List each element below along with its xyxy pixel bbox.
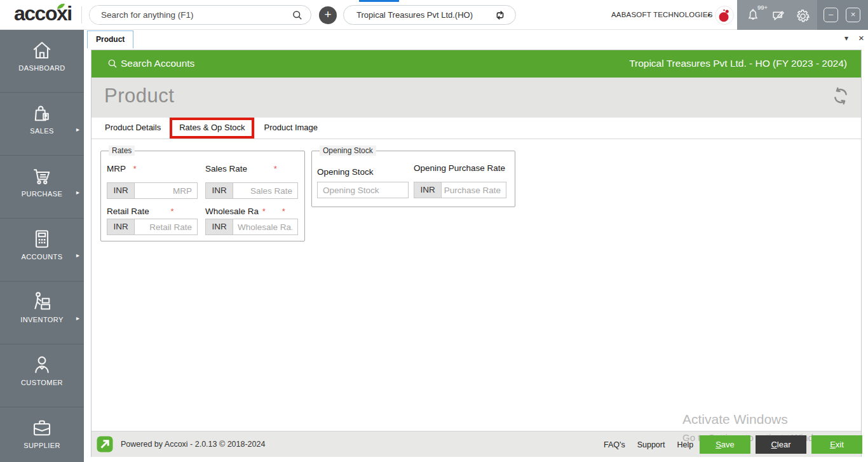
opening-stock-label: Opening Stock <box>317 167 374 177</box>
quick-add-button[interactable]: + <box>319 6 337 24</box>
opening-stock-legend: Opening Stock <box>320 146 376 156</box>
person-icon <box>31 353 53 376</box>
calculator-icon <box>31 228 53 250</box>
retail-rate-input-group: INR <box>107 219 198 235</box>
leaf-icon <box>56 3 66 10</box>
rates-section: Rates MRP * Sales Rate * INR INR <box>100 146 305 241</box>
page-title: Product <box>104 85 174 107</box>
tab-product-image[interactable]: Product Image <box>254 118 327 139</box>
page-header: Product <box>92 78 861 118</box>
main-area: Product ▾ × Search Accounts Tropical Tre… <box>84 30 868 462</box>
product-module-frame: Search Accounts Tropical Treasures Pvt L… <box>91 50 862 457</box>
company-selector[interactable]: Tropical Treasures Pvt Ltd.(HO) <box>343 5 516 25</box>
mrp-input-group: INR <box>107 182 198 199</box>
opening-stock-input[interactable] <box>317 182 409 198</box>
footer-links: FAQ's Support Help <box>604 431 693 458</box>
shopping-bag-icon <box>31 102 53 125</box>
tab-product-details[interactable]: Product Details <box>96 118 170 139</box>
tab-close-icon[interactable]: × <box>858 32 864 43</box>
footer-buttons: Save Clear Exit <box>700 435 862 454</box>
wholesale-rate-label: Wholesale Ra * * <box>205 207 285 216</box>
sidebar-item-purchase[interactable]: PURCHASE ▸ <box>0 165 84 219</box>
opening-purchase-rate-input-group: INR <box>414 182 506 198</box>
cart-icon <box>31 165 53 187</box>
sales-rate-input[interactable] <box>233 182 298 199</box>
required-marker: * <box>133 164 137 173</box>
avatar[interactable] <box>715 6 734 25</box>
wholesale-rate-input-group: INR <box>205 219 298 235</box>
search-icon <box>107 58 118 69</box>
global-search <box>89 5 311 25</box>
account-name: AABASOFT TECHNOLOGIES <box>611 11 713 18</box>
chevron-right-icon: ▸ <box>708 12 710 18</box>
top-bar: accoxi + Tropical Treasures Pvt Ltd.(HO)… <box>0 0 868 30</box>
global-search-input[interactable] <box>90 6 292 24</box>
sidebar-nav: DASHBOARD SALES ▸ PURCHASE ▸ ACCOUNTS ▸ <box>0 30 84 462</box>
switch-company-icon[interactable] <box>493 8 507 22</box>
retail-rate-input[interactable] <box>135 219 198 235</box>
retail-rate-label: Retail Rate * <box>107 207 174 216</box>
search-accounts-bar[interactable]: Search Accounts Tropical Treasures Pvt L… <box>92 50 861 78</box>
search-icon[interactable] <box>291 9 304 22</box>
sidebar-item-dashboard[interactable]: DASHBOARD <box>0 39 84 93</box>
company-fiscal-year: Tropical Treasures Pvt Ltd. - HO (FY 202… <box>629 50 847 77</box>
notification-badge: 99+ <box>757 4 768 11</box>
chevron-right-icon: ▸ <box>76 252 79 259</box>
product-tabs: Product Details Rates & Op Stock Product… <box>92 118 861 139</box>
search-accounts-label: Search Accounts <box>121 50 194 77</box>
tab-list-caret-icon[interactable]: ▾ <box>844 34 848 43</box>
sidebar-item-supplier[interactable]: SUPPLIER <box>0 416 84 462</box>
currency-prefix: INR <box>107 182 135 199</box>
chevron-right-icon: ▸ <box>76 189 79 196</box>
settings-gear-icon[interactable] <box>795 8 811 24</box>
top-accent-line <box>359 0 399 2</box>
required-marker: * <box>282 207 285 216</box>
clear-button[interactable]: Clear <box>756 435 806 454</box>
exit-button[interactable]: Exit <box>811 435 862 454</box>
mrp-label: MRP * <box>107 164 137 173</box>
company-selector-label: Tropical Treasures Pvt Ltd.(HO) <box>356 6 473 24</box>
sidebar-item-customer[interactable]: CUSTOMER <box>0 353 84 407</box>
sidebar-item-inventory[interactable]: INVENTORY ▸ <box>0 290 84 344</box>
opening-purchase-rate-label: Opening Purchase Rate <box>414 163 505 173</box>
chevron-right-icon: ▸ <box>76 126 79 133</box>
opening-purchase-rate-input[interactable] <box>442 182 506 198</box>
hand-truck-icon <box>31 290 53 313</box>
mrp-input[interactable] <box>135 182 198 199</box>
sidebar-item-sales[interactable]: SALES ▸ <box>0 102 84 156</box>
titlebar-icons: 99+ <box>737 0 817 30</box>
wholesale-rate-input[interactable] <box>233 219 298 235</box>
refresh-icon[interactable] <box>832 87 850 105</box>
chevron-right-icon: ▸ <box>76 315 79 322</box>
faqs-link[interactable]: FAQ's <box>604 440 625 449</box>
accoxi-footer-logo-icon <box>96 435 114 453</box>
close-button[interactable]: × <box>846 8 860 22</box>
tab-rates-op-stock[interactable]: Rates & Op Stock <box>170 118 254 139</box>
footer-bar: Powered by Accoxi - 2.0.13 © 2018-2024 F… <box>92 431 861 457</box>
window-controls: – × <box>817 0 868 30</box>
rates-legend: Rates <box>109 146 135 156</box>
minimize-button[interactable]: – <box>824 8 838 22</box>
save-button[interactable]: Save <box>700 435 750 454</box>
currency-prefix: INR <box>107 219 135 235</box>
window-tab-product[interactable]: Product <box>87 31 133 48</box>
accoxi-window: accoxi + Tropical Treasures Pvt Ltd.(HO)… <box>0 0 868 462</box>
messages-icon[interactable] <box>771 8 787 24</box>
sales-rate-input-group: INR <box>205 182 298 199</box>
sales-rate-label: Sales Rate * <box>205 164 277 173</box>
currency-prefix: INR <box>205 182 233 199</box>
currency-prefix: INR <box>414 182 442 198</box>
required-marker: * <box>171 207 174 216</box>
sidebar-item-accounts[interactable]: ACCOUNTS ▸ <box>0 228 84 282</box>
support-link[interactable]: Support <box>637 440 665 449</box>
powered-by-text: Powered by Accoxi - 2.0.13 © 2018-2024 <box>121 431 265 458</box>
required-marker: * <box>274 164 277 173</box>
briefcase-icon <box>31 416 53 439</box>
currency-prefix: INR <box>205 219 233 235</box>
help-link[interactable]: Help <box>677 440 693 449</box>
divider <box>81 6 82 24</box>
required-marker: * <box>262 207 266 216</box>
account-menu[interactable]: AABASOFT TECHNOLOGIES <box>611 0 713 30</box>
opening-stock-section: Opening Stock Opening Stock Opening Purc… <box>311 146 515 207</box>
home-icon <box>31 39 53 62</box>
